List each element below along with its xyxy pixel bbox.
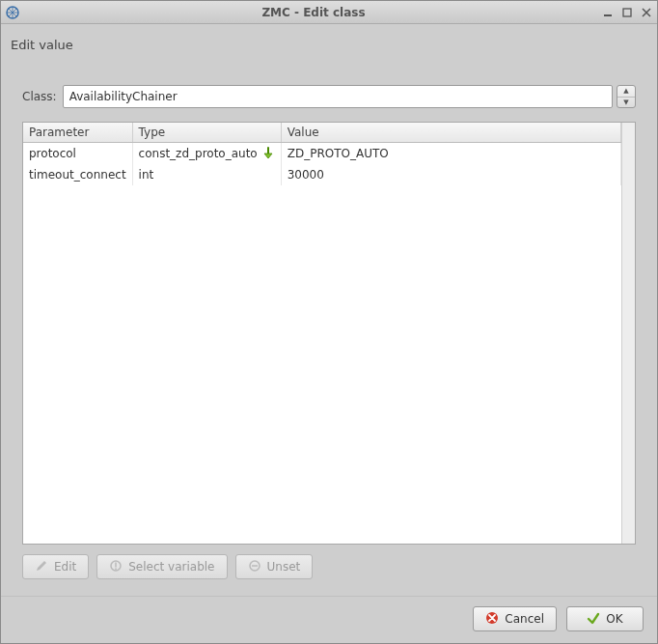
pencil-icon bbox=[35, 559, 48, 575]
svg-rect-1 bbox=[604, 14, 612, 16]
unset-button-label: Unset bbox=[267, 560, 301, 574]
cell-type-text: const_zd_proto_auto bbox=[139, 147, 258, 160]
svg-rect-2 bbox=[623, 9, 631, 16]
cell-value: ZD_PROTO_AUTO bbox=[281, 143, 620, 165]
select-variable-button[interactable]: Select variable bbox=[96, 554, 227, 579]
ok-icon bbox=[587, 611, 600, 628]
cancel-button[interactable]: Cancel bbox=[473, 606, 557, 631]
table-header-row: Parameter Type Value bbox=[23, 123, 621, 143]
cancel-button-label: Cancel bbox=[505, 612, 544, 626]
edit-button-label: Edit bbox=[54, 560, 76, 574]
class-step-down[interactable]: ▼ bbox=[617, 98, 635, 108]
parameter-table-wrap: Parameter Type Value protocol const_zd_p… bbox=[22, 122, 636, 545]
select-variable-label: Select variable bbox=[128, 560, 214, 574]
minimize-button[interactable] bbox=[601, 6, 615, 19]
col-header-type[interactable]: Type bbox=[132, 123, 281, 143]
ok-button-label: OK bbox=[606, 612, 622, 626]
unset-button[interactable]: Unset bbox=[235, 554, 314, 579]
window-title: ZMC - Edit class bbox=[26, 6, 601, 19]
col-header-value[interactable]: Value bbox=[281, 123, 620, 143]
parameter-table: Parameter Type Value protocol const_zd_p… bbox=[23, 123, 621, 185]
cell-parameter: protocol bbox=[23, 143, 132, 165]
variable-icon bbox=[109, 559, 123, 575]
unset-icon bbox=[248, 559, 261, 575]
window-controls bbox=[601, 6, 653, 19]
row-action-buttons: Edit Select variable Unset bbox=[22, 554, 636, 579]
table-row[interactable]: timeout_connect int 30000 bbox=[23, 164, 621, 185]
close-button[interactable] bbox=[640, 6, 653, 19]
class-step-up[interactable]: ▲ bbox=[617, 86, 635, 98]
table-scrollbar[interactable] bbox=[621, 123, 635, 544]
dialog-footer: Cancel OK bbox=[1, 596, 657, 643]
cell-parameter: timeout_connect bbox=[23, 164, 132, 185]
titlebar: ZMC - Edit class bbox=[1, 1, 657, 24]
class-input[interactable] bbox=[63, 85, 613, 108]
class-stepper[interactable]: ▲ ▼ bbox=[617, 85, 636, 108]
table-row[interactable]: protocol const_zd_proto_auto bbox=[23, 143, 621, 165]
cell-type: const_zd_proto_auto bbox=[132, 143, 281, 165]
ok-button[interactable]: OK bbox=[566, 606, 644, 631]
app-icon bbox=[5, 5, 20, 20]
dialog-window: ZMC - Edit class Edit value Class: ▲ ▼ bbox=[0, 0, 658, 644]
class-row: Class: ▲ ▼ bbox=[22, 85, 636, 108]
arrow-down-icon bbox=[261, 147, 275, 160]
class-label: Class: bbox=[22, 90, 57, 103]
cancel-icon bbox=[485, 611, 499, 628]
section-heading: Edit value bbox=[1, 24, 657, 60]
content-area: Class: ▲ ▼ Parameter Type Value bbox=[1, 60, 657, 596]
cell-value: 30000 bbox=[281, 164, 620, 185]
edit-button[interactable]: Edit bbox=[22, 554, 89, 579]
col-header-parameter[interactable]: Parameter bbox=[23, 123, 132, 143]
maximize-button[interactable] bbox=[620, 6, 634, 19]
cell-type: int bbox=[132, 164, 281, 185]
